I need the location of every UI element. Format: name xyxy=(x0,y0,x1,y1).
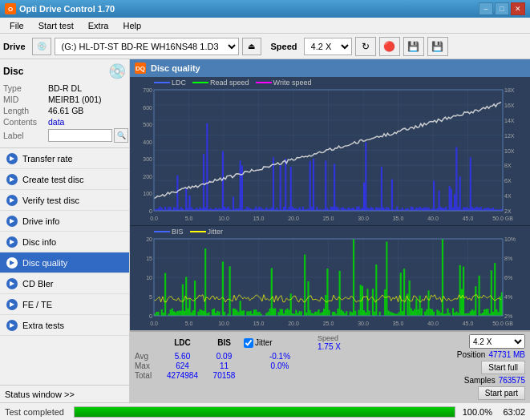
progress-time: 63:02 xyxy=(497,407,525,417)
create-test-icon: ▶ xyxy=(6,174,18,185)
main-content: Disc 💿 Type BD-R DL MID MEIRB1 (001) Len… xyxy=(0,59,530,402)
drive-label: Drive xyxy=(3,42,26,51)
progress-bar-container xyxy=(74,406,455,418)
bis-color xyxy=(154,231,170,232)
nav-drive-info[interactable]: ▶ Drive info xyxy=(0,211,129,232)
refresh-button[interactable]: ↻ xyxy=(355,37,376,56)
label-input-row: 🔍 xyxy=(48,128,128,143)
save-button[interactable]: 💾 xyxy=(427,37,448,56)
chart-lower: BIS Jitter xyxy=(130,226,530,330)
nav-disc-info[interactable]: ▶ Disc info xyxy=(0,232,129,252)
config-button2[interactable]: 💾 xyxy=(403,37,424,56)
samples-row: Samples 763575 xyxy=(464,376,525,385)
app-icon: O xyxy=(5,3,16,14)
fe-te-icon: ▶ xyxy=(6,299,18,310)
cd-bler-icon: ▶ xyxy=(6,278,18,289)
nav-verify-test-disc[interactable]: ▶ Verify test disc xyxy=(0,190,129,211)
nav-cd-bler-label: CD Bler xyxy=(22,279,54,289)
status-window-label: Status window >> xyxy=(5,390,75,399)
nav-transfer-rate[interactable]: ▶ Transfer rate xyxy=(0,148,129,169)
drive-bar: Drive 💿 (G:) HL-DT-ST BD-RE WH16NS48 1.D… xyxy=(0,34,530,59)
jitter-checkbox[interactable] xyxy=(244,338,253,348)
menu-start-test[interactable]: Start test xyxy=(32,19,80,32)
start-full-button[interactable]: Start full xyxy=(481,361,525,374)
read-speed-color xyxy=(192,82,208,83)
drive-select[interactable]: (G:) HL-DT-ST BD-RE WH16NS48 1.D3 xyxy=(55,38,239,55)
label-input[interactable] xyxy=(48,129,112,142)
nav-transfer-rate-label: Transfer rate xyxy=(22,154,73,164)
menu-extra[interactable]: Extra xyxy=(82,19,115,32)
label-btn[interactable]: 🔍 xyxy=(114,128,128,143)
position-value: 47731 MB xyxy=(488,350,525,359)
disc-quality-icon: ▶ xyxy=(6,257,18,269)
disc-panel: Disc 💿 Type BD-R DL MID MEIRB1 (001) Len… xyxy=(0,59,129,148)
chart-upper: LDC Read speed Write speed xyxy=(130,77,530,226)
right-panel: DQ Disc quality LDC Read speed Write spe… xyxy=(130,59,530,402)
maximize-button[interactable]: □ xyxy=(495,2,509,15)
upper-chart-canvas xyxy=(130,77,528,225)
contents-value: data xyxy=(48,117,64,127)
total-ldc: 4274984 xyxy=(160,371,204,380)
samples-value: 763575 xyxy=(499,376,525,385)
menu-file[interactable]: File xyxy=(3,19,30,32)
close-button[interactable]: ✕ xyxy=(511,2,525,15)
speed-select[interactable]: 4.2 X xyxy=(304,38,352,55)
type-value: BD-R DL xyxy=(48,83,82,93)
total-label: Total xyxy=(135,371,159,380)
max-bis: 11 xyxy=(206,361,242,370)
write-speed-legend: Write speed xyxy=(256,79,312,87)
minimize-button[interactable]: – xyxy=(479,2,493,15)
nav-disc-quality-label: Disc quality xyxy=(22,258,67,268)
avg-jitter: -0.1% xyxy=(244,352,316,361)
nav-cd-bler[interactable]: ▶ CD Bler xyxy=(0,273,129,294)
nav-fe-te[interactable]: ▶ FE / TE xyxy=(0,294,129,315)
write-speed-color xyxy=(256,82,272,83)
disc-label-label: Label xyxy=(3,131,48,140)
progress-percent: 100.0% xyxy=(460,407,492,417)
nav-extra-tests-label: Extra tests xyxy=(22,321,64,330)
nav-disc-quality[interactable]: ▶ Disc quality xyxy=(0,252,129,273)
config-button1[interactable]: 🔴 xyxy=(379,37,400,56)
disc-quality-header: DQ Disc quality xyxy=(130,59,530,77)
progress-bar-fill xyxy=(75,407,455,417)
speed-col-value: 1.75 X xyxy=(318,342,418,351)
length-label: Length xyxy=(3,106,48,115)
speed-label: Speed xyxy=(271,42,297,51)
ldc-label: LDC xyxy=(172,79,186,87)
drive-icon-btn[interactable]: 💿 xyxy=(32,38,51,55)
jitter-legend: Jitter xyxy=(190,228,224,236)
jitter-color xyxy=(190,231,206,232)
jitter-check-row: Jitter xyxy=(244,338,316,348)
nav-extra-tests[interactable]: ▶ Extra tests xyxy=(0,315,129,336)
contents-label: Contents xyxy=(3,117,48,127)
avg-label: Avg xyxy=(135,352,159,361)
avg-ldc: 5.60 xyxy=(160,352,204,361)
speed-col: Speed 1.75 X xyxy=(318,334,418,351)
bis-legend: BIS xyxy=(154,228,184,236)
drive-info-icon: ▶ xyxy=(6,216,18,227)
menu-help[interactable]: Help xyxy=(116,19,148,32)
nav-drive-info-label: Drive info xyxy=(22,216,59,226)
mid-label: MID xyxy=(3,95,48,104)
nav-fe-te-label: FE / TE xyxy=(22,300,52,309)
stats-section: LDC BIS Jitter Speed 1.75 X Avg 5.60 0.0… xyxy=(130,330,530,402)
app-title: Opti Drive Control 1.70 xyxy=(19,4,115,14)
start-part-button[interactable]: Start part xyxy=(478,386,525,400)
max-ldc: 624 xyxy=(160,361,204,370)
length-value: 46.61 GB xyxy=(48,106,83,115)
disc-icon: 💿 xyxy=(108,63,126,80)
speed-select2[interactable]: 4.2 X xyxy=(469,334,525,349)
eject-button[interactable]: ⏏ xyxy=(242,38,261,55)
nav-create-test-disc[interactable]: ▶ Create test disc xyxy=(0,169,129,190)
max-label: Max xyxy=(135,361,159,370)
disc-title: Disc xyxy=(3,66,23,77)
samples-label: Samples xyxy=(464,376,496,385)
lower-chart-canvas xyxy=(130,226,528,330)
status-window-btn[interactable]: Status window >> xyxy=(0,385,129,402)
transfer-rate-icon: ▶ xyxy=(6,153,18,164)
title-bar: O Opti Drive Control 1.70 – □ ✕ xyxy=(0,0,530,18)
total-bis: 70158 xyxy=(206,371,242,380)
bottom-bar: Test completed 100.0% 63:02 xyxy=(0,402,530,420)
dq-icon: DQ xyxy=(135,63,146,74)
bis-header: BIS xyxy=(206,338,242,347)
